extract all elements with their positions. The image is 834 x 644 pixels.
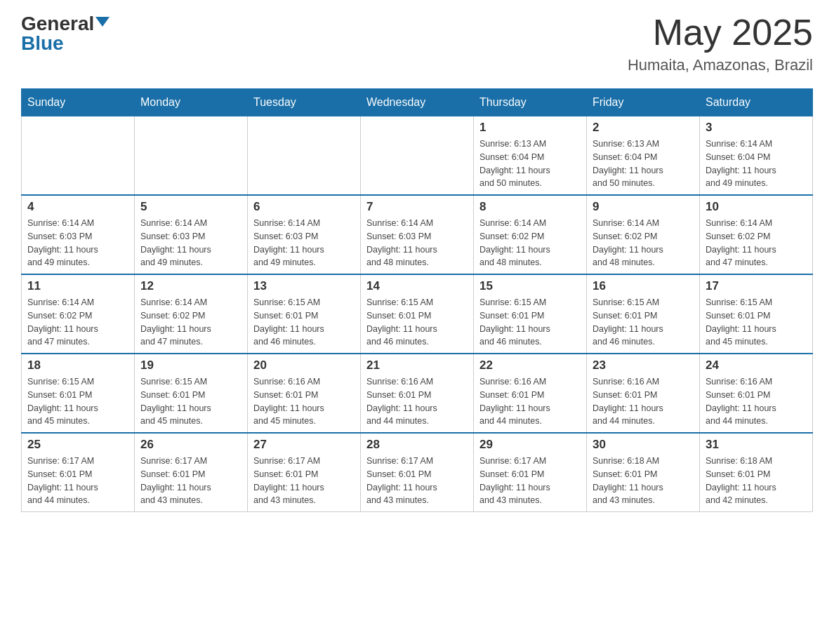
calendar-week-row: 18Sunrise: 6:15 AM Sunset: 6:01 PM Dayli… (22, 354, 813, 433)
page-header: General Blue May 2025 Humaita, Amazonas,… (21, 14, 813, 74)
day-number: 26 (140, 438, 241, 452)
day-info: Sunrise: 6:14 AM Sunset: 6:03 PM Dayligh… (140, 217, 241, 269)
calendar-table: SundayMondayTuesdayWednesdayThursdayFrid… (21, 88, 813, 512)
day-info: Sunrise: 6:14 AM Sunset: 6:04 PM Dayligh… (706, 137, 807, 190)
logo-blue-text: Blue (21, 34, 64, 53)
month-title: May 2025 (628, 14, 813, 51)
calendar-cell (248, 116, 361, 196)
day-info: Sunrise: 6:16 AM Sunset: 6:01 PM Dayligh… (706, 375, 807, 428)
day-info: Sunrise: 6:15 AM Sunset: 6:01 PM Dayligh… (706, 296, 807, 349)
calendar-cell: 6Sunrise: 6:14 AM Sunset: 6:03 PM Daylig… (248, 195, 361, 274)
day-number: 9 (593, 200, 694, 214)
day-info: Sunrise: 6:14 AM Sunset: 6:02 PM Dayligh… (140, 296, 241, 349)
calendar-cell (361, 116, 474, 196)
calendar-cell: 22Sunrise: 6:16 AM Sunset: 6:01 PM Dayli… (474, 354, 587, 433)
day-number: 30 (593, 438, 694, 452)
calendar-cell: 10Sunrise: 6:14 AM Sunset: 6:02 PM Dayli… (700, 195, 813, 274)
day-number: 15 (479, 279, 581, 293)
day-info: Sunrise: 6:15 AM Sunset: 6:01 PM Dayligh… (593, 296, 694, 349)
day-number: 10 (706, 200, 807, 214)
day-info: Sunrise: 6:16 AM Sunset: 6:01 PM Dayligh… (479, 375, 581, 428)
day-number: 16 (593, 279, 694, 293)
calendar-cell: 21Sunrise: 6:16 AM Sunset: 6:01 PM Dayli… (361, 354, 474, 433)
calendar-cell: 7Sunrise: 6:14 AM Sunset: 6:03 PM Daylig… (361, 195, 474, 274)
calendar-cell: 11Sunrise: 6:14 AM Sunset: 6:02 PM Dayli… (22, 274, 135, 354)
calendar-week-row: 25Sunrise: 6:17 AM Sunset: 6:01 PM Dayli… (22, 433, 813, 512)
day-info: Sunrise: 6:13 AM Sunset: 6:04 PM Dayligh… (593, 137, 694, 190)
calendar-cell: 17Sunrise: 6:15 AM Sunset: 6:01 PM Dayli… (700, 274, 813, 354)
day-number: 18 (27, 358, 128, 373)
day-info: Sunrise: 6:14 AM Sunset: 6:03 PM Dayligh… (366, 217, 468, 269)
day-number: 19 (140, 358, 241, 373)
day-info: Sunrise: 6:14 AM Sunset: 6:02 PM Dayligh… (593, 217, 694, 269)
day-info: Sunrise: 6:14 AM Sunset: 6:02 PM Dayligh… (479, 217, 581, 269)
day-number: 3 (706, 121, 807, 135)
calendar-cell: 8Sunrise: 6:14 AM Sunset: 6:02 PM Daylig… (474, 195, 587, 274)
weekday-header-saturday: Saturday (700, 89, 813, 116)
day-info: Sunrise: 6:15 AM Sunset: 6:01 PM Dayligh… (366, 296, 468, 349)
day-info: Sunrise: 6:14 AM Sunset: 6:02 PM Dayligh… (706, 217, 807, 269)
day-number: 24 (706, 358, 807, 373)
calendar-cell: 14Sunrise: 6:15 AM Sunset: 6:01 PM Dayli… (361, 274, 474, 354)
day-number: 2 (593, 121, 694, 135)
day-number: 31 (706, 438, 807, 452)
day-info: Sunrise: 6:16 AM Sunset: 6:01 PM Dayligh… (253, 375, 355, 428)
day-info: Sunrise: 6:17 AM Sunset: 6:01 PM Dayligh… (140, 455, 241, 507)
calendar-cell (135, 116, 248, 196)
weekday-header-sunday: Sunday (22, 89, 135, 116)
day-number: 28 (366, 438, 468, 452)
calendar-cell: 3Sunrise: 6:14 AM Sunset: 6:04 PM Daylig… (700, 116, 813, 196)
calendar-cell: 9Sunrise: 6:14 AM Sunset: 6:02 PM Daylig… (587, 195, 700, 274)
calendar-cell: 16Sunrise: 6:15 AM Sunset: 6:01 PM Dayli… (587, 274, 700, 354)
day-info: Sunrise: 6:14 AM Sunset: 6:02 PM Dayligh… (27, 296, 128, 349)
day-number: 29 (479, 438, 581, 452)
weekday-header-tuesday: Tuesday (248, 89, 361, 116)
day-info: Sunrise: 6:16 AM Sunset: 6:01 PM Dayligh… (593, 375, 694, 428)
weekday-header-friday: Friday (587, 89, 700, 116)
calendar-cell: 4Sunrise: 6:14 AM Sunset: 6:03 PM Daylig… (22, 195, 135, 274)
calendar-cell: 2Sunrise: 6:13 AM Sunset: 6:04 PM Daylig… (587, 116, 700, 196)
day-info: Sunrise: 6:17 AM Sunset: 6:01 PM Dayligh… (366, 455, 468, 507)
day-number: 7 (366, 200, 468, 214)
day-info: Sunrise: 6:15 AM Sunset: 6:01 PM Dayligh… (27, 375, 128, 428)
day-number: 13 (253, 279, 355, 293)
day-number: 14 (366, 279, 468, 293)
calendar-cell: 18Sunrise: 6:15 AM Sunset: 6:01 PM Dayli… (22, 354, 135, 433)
day-number: 20 (253, 358, 355, 373)
weekday-header-monday: Monday (135, 89, 248, 116)
logo-triangle-icon (95, 17, 110, 27)
calendar-cell: 1Sunrise: 6:13 AM Sunset: 6:04 PM Daylig… (474, 116, 587, 196)
calendar-cell (22, 116, 135, 196)
day-info: Sunrise: 6:17 AM Sunset: 6:01 PM Dayligh… (27, 455, 128, 507)
calendar-week-row: 11Sunrise: 6:14 AM Sunset: 6:02 PM Dayli… (22, 274, 813, 354)
calendar-cell: 12Sunrise: 6:14 AM Sunset: 6:02 PM Dayli… (135, 274, 248, 354)
day-number: 23 (593, 358, 694, 373)
day-info: Sunrise: 6:15 AM Sunset: 6:01 PM Dayligh… (140, 375, 241, 428)
calendar-cell: 28Sunrise: 6:17 AM Sunset: 6:01 PM Dayli… (361, 433, 474, 512)
calendar-week-row: 1Sunrise: 6:13 AM Sunset: 6:04 PM Daylig… (22, 116, 813, 196)
logo: General Blue (21, 14, 110, 53)
day-number: 27 (253, 438, 355, 452)
day-info: Sunrise: 6:16 AM Sunset: 6:01 PM Dayligh… (366, 375, 468, 428)
day-number: 6 (253, 200, 355, 214)
logo-general-text: General (21, 14, 94, 34)
weekday-header-row: SundayMondayTuesdayWednesdayThursdayFrid… (22, 89, 813, 116)
day-info: Sunrise: 6:13 AM Sunset: 6:04 PM Dayligh… (479, 137, 581, 190)
day-number: 12 (140, 279, 241, 293)
day-number: 4 (27, 200, 128, 214)
calendar-cell: 29Sunrise: 6:17 AM Sunset: 6:01 PM Dayli… (474, 433, 587, 512)
day-number: 25 (27, 438, 128, 452)
day-info: Sunrise: 6:15 AM Sunset: 6:01 PM Dayligh… (253, 296, 355, 349)
day-info: Sunrise: 6:17 AM Sunset: 6:01 PM Dayligh… (253, 455, 355, 507)
day-number: 5 (140, 200, 241, 214)
calendar-cell: 20Sunrise: 6:16 AM Sunset: 6:01 PM Dayli… (248, 354, 361, 433)
calendar-cell: 26Sunrise: 6:17 AM Sunset: 6:01 PM Dayli… (135, 433, 248, 512)
day-info: Sunrise: 6:18 AM Sunset: 6:01 PM Dayligh… (706, 455, 807, 507)
calendar-cell: 23Sunrise: 6:16 AM Sunset: 6:01 PM Dayli… (587, 354, 700, 433)
day-number: 21 (366, 358, 468, 373)
calendar-cell: 24Sunrise: 6:16 AM Sunset: 6:01 PM Dayli… (700, 354, 813, 433)
day-info: Sunrise: 6:17 AM Sunset: 6:01 PM Dayligh… (479, 455, 581, 507)
calendar-cell: 15Sunrise: 6:15 AM Sunset: 6:01 PM Dayli… (474, 274, 587, 354)
day-number: 8 (479, 200, 581, 214)
day-number: 11 (27, 279, 128, 293)
